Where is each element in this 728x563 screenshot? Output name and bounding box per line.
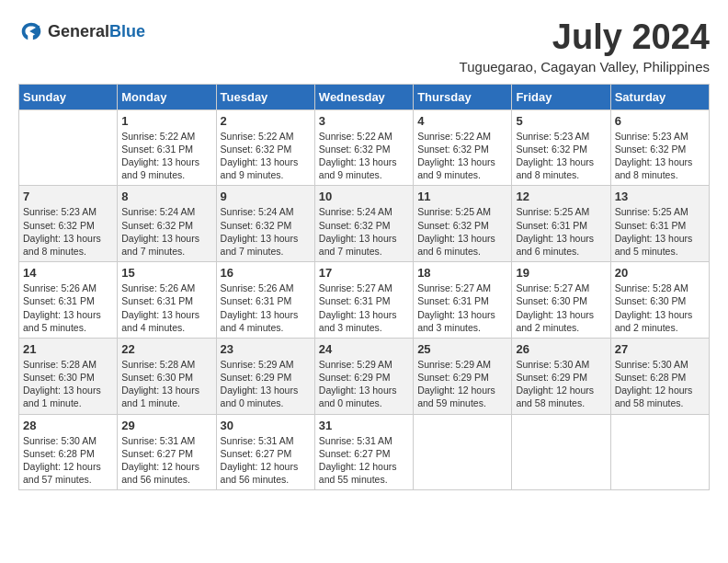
calendar-table: SundayMondayTuesdayWednesdayThursdayFrid… [18,84,710,490]
day-number: 14 [23,266,113,280]
weekday-header-sunday: Sunday [19,84,118,109]
calendar-cell: 1Sunrise: 5:22 AM Sunset: 6:31 PM Daylig… [118,109,216,186]
day-info: Sunrise: 5:29 AM Sunset: 6:29 PM Dayligh… [417,358,507,410]
day-info: Sunrise: 5:31 AM Sunset: 6:27 PM Dayligh… [121,434,211,487]
day-info: Sunrise: 5:27 AM Sunset: 6:30 PM Dayligh… [516,282,606,334]
day-number: 19 [516,266,606,280]
calendar-cell: 18Sunrise: 5:27 AM Sunset: 6:31 PM Dayli… [414,262,512,339]
day-number: 26 [516,342,606,356]
calendar-cell: 3Sunrise: 5:22 AM Sunset: 6:32 PM Daylig… [314,109,413,186]
day-number: 1 [121,114,211,128]
day-info: Sunrise: 5:25 AM Sunset: 6:31 PM Dayligh… [516,205,606,258]
day-info: Sunrise: 5:23 AM Sunset: 6:32 PM Dayligh… [615,130,705,182]
calendar-cell: 21Sunrise: 5:28 AM Sunset: 6:30 PM Dayli… [19,338,118,414]
calendar-cell: 2Sunrise: 5:22 AM Sunset: 6:32 PM Daylig… [216,109,314,186]
day-number: 31 [319,419,409,432]
calendar-cell: 22Sunrise: 5:28 AM Sunset: 6:30 PM Dayli… [118,338,216,414]
day-number: 24 [319,342,409,356]
day-number: 22 [121,342,211,356]
calendar-cell: 5Sunrise: 5:23 AM Sunset: 6:32 PM Daylig… [512,109,610,186]
day-info: Sunrise: 5:26 AM Sunset: 6:31 PM Dayligh… [23,282,113,334]
day-number: 8 [121,190,211,203]
calendar-cell: 30Sunrise: 5:31 AM Sunset: 6:27 PM Dayli… [216,414,314,490]
calendar-cell: 31Sunrise: 5:31 AM Sunset: 6:27 PM Dayli… [314,414,413,490]
day-info: Sunrise: 5:23 AM Sunset: 6:32 PM Dayligh… [23,205,113,258]
calendar-cell: 25Sunrise: 5:29 AM Sunset: 6:29 PM Dayli… [414,338,512,414]
weekday-header-thursday: Thursday [414,84,512,109]
day-info: Sunrise: 5:30 AM Sunset: 6:28 PM Dayligh… [615,358,705,410]
day-number: 28 [23,419,113,432]
week-row-5: 28Sunrise: 5:30 AM Sunset: 6:28 PM Dayli… [19,414,710,490]
logo-text: GeneralBlue [48,22,145,41]
day-info: Sunrise: 5:29 AM Sunset: 6:29 PM Dayligh… [319,358,409,410]
calendar-cell: 11Sunrise: 5:25 AM Sunset: 6:32 PM Dayli… [414,186,512,262]
day-number: 5 [516,114,606,128]
day-info: Sunrise: 5:22 AM Sunset: 6:32 PM Dayligh… [221,130,311,182]
logo-icon [18,18,44,44]
day-info: Sunrise: 5:22 AM Sunset: 6:32 PM Dayligh… [417,130,507,182]
calendar-cell: 15Sunrise: 5:26 AM Sunset: 6:31 PM Dayli… [118,262,216,339]
day-number: 15 [121,266,211,280]
weekday-header-wednesday: Wednesday [314,84,413,109]
day-number: 30 [221,419,311,432]
calendar-cell: 4Sunrise: 5:22 AM Sunset: 6:32 PM Daylig… [414,109,512,186]
calendar-cell: 7Sunrise: 5:23 AM Sunset: 6:32 PM Daylig… [19,186,118,262]
weekday-header-saturday: Saturday [610,84,709,109]
page-header: GeneralBlue July 2024 Tuguegarao, Cagaya… [18,18,710,75]
day-info: Sunrise: 5:31 AM Sunset: 6:27 PM Dayligh… [319,434,409,487]
week-row-3: 14Sunrise: 5:26 AM Sunset: 6:31 PM Dayli… [19,262,710,339]
calendar-cell: 19Sunrise: 5:27 AM Sunset: 6:30 PM Dayli… [512,262,610,339]
day-number: 11 [417,190,507,203]
day-info: Sunrise: 5:28 AM Sunset: 6:30 PM Dayligh… [121,358,211,410]
day-number: 23 [221,342,311,356]
day-number: 6 [615,114,705,128]
day-info: Sunrise: 5:31 AM Sunset: 6:27 PM Dayligh… [221,434,311,487]
title-block: July 2024 Tuguegarao, Cagayan Valley, Ph… [460,18,710,75]
calendar-cell: 27Sunrise: 5:30 AM Sunset: 6:28 PM Dayli… [610,338,709,414]
calendar-cell [414,414,512,490]
weekday-header-friday: Friday [512,84,610,109]
calendar-cell: 29Sunrise: 5:31 AM Sunset: 6:27 PM Dayli… [118,414,216,490]
day-info: Sunrise: 5:24 AM Sunset: 6:32 PM Dayligh… [121,205,211,258]
day-number: 4 [417,114,507,128]
day-info: Sunrise: 5:27 AM Sunset: 6:31 PM Dayligh… [319,282,409,334]
day-number: 10 [319,190,409,203]
day-info: Sunrise: 5:25 AM Sunset: 6:32 PM Dayligh… [417,205,507,258]
day-number: 2 [221,114,311,128]
calendar-cell: 8Sunrise: 5:24 AM Sunset: 6:32 PM Daylig… [118,186,216,262]
day-info: Sunrise: 5:22 AM Sunset: 6:31 PM Dayligh… [121,130,211,182]
day-number: 18 [417,266,507,280]
calendar-cell [512,414,610,490]
week-row-1: 1Sunrise: 5:22 AM Sunset: 6:31 PM Daylig… [19,109,710,186]
weekday-header-tuesday: Tuesday [216,84,314,109]
calendar-cell: 28Sunrise: 5:30 AM Sunset: 6:28 PM Dayli… [19,414,118,490]
day-info: Sunrise: 5:26 AM Sunset: 6:31 PM Dayligh… [121,282,211,334]
calendar-cell: 16Sunrise: 5:26 AM Sunset: 6:31 PM Dayli… [216,262,314,339]
day-number: 25 [417,342,507,356]
calendar-cell: 13Sunrise: 5:25 AM Sunset: 6:31 PM Dayli… [610,186,709,262]
location-subtitle: Tuguegarao, Cagayan Valley, Philippines [460,59,710,75]
week-row-2: 7Sunrise: 5:23 AM Sunset: 6:32 PM Daylig… [19,186,710,262]
day-info: Sunrise: 5:24 AM Sunset: 6:32 PM Dayligh… [221,205,311,258]
day-info: Sunrise: 5:23 AM Sunset: 6:32 PM Dayligh… [516,130,606,182]
day-number: 9 [221,190,311,203]
calendar-cell: 6Sunrise: 5:23 AM Sunset: 6:32 PM Daylig… [610,109,709,186]
day-number: 17 [319,266,409,280]
weekday-header-monday: Monday [118,84,216,109]
calendar-cell: 12Sunrise: 5:25 AM Sunset: 6:31 PM Dayli… [512,186,610,262]
calendar-cell: 24Sunrise: 5:29 AM Sunset: 6:29 PM Dayli… [314,338,413,414]
calendar-cell: 17Sunrise: 5:27 AM Sunset: 6:31 PM Dayli… [314,262,413,339]
day-info: Sunrise: 5:22 AM Sunset: 6:32 PM Dayligh… [319,130,409,182]
day-info: Sunrise: 5:28 AM Sunset: 6:30 PM Dayligh… [615,282,705,334]
day-number: 29 [121,419,211,432]
day-number: 16 [221,266,311,280]
day-number: 13 [615,190,705,203]
calendar-cell [19,109,118,186]
calendar-cell: 20Sunrise: 5:28 AM Sunset: 6:30 PM Dayli… [610,262,709,339]
day-number: 7 [23,190,113,203]
day-number: 20 [615,266,705,280]
day-info: Sunrise: 5:27 AM Sunset: 6:31 PM Dayligh… [417,282,507,334]
day-number: 3 [319,114,409,128]
calendar-cell: 14Sunrise: 5:26 AM Sunset: 6:31 PM Dayli… [19,262,118,339]
day-info: Sunrise: 5:30 AM Sunset: 6:28 PM Dayligh… [23,434,113,487]
